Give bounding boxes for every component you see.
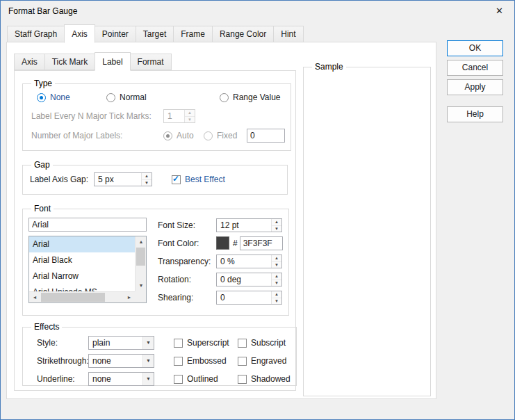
radio-icon <box>220 93 229 102</box>
help-button[interactable]: Help <box>447 106 503 122</box>
type-group-legend: Type <box>31 79 55 88</box>
dropdown-arrow-icon[interactable]: ▼ <box>142 355 154 367</box>
transparency-spinner[interactable]: 0 % ▲ ▼ <box>216 255 282 268</box>
label-every-n-spinner[interactable]: 1 ▲ ▼ <box>163 109 195 123</box>
spin-down-icon[interactable]: ▼ <box>272 262 281 268</box>
tab-range-color[interactable]: Range Color <box>212 26 274 42</box>
outlined-checkbox[interactable]: Outlined <box>174 374 238 384</box>
type-normal-radio[interactable]: Normal <box>106 92 220 102</box>
shearing-label: Shearing: <box>158 293 216 302</box>
gap-group: Gap Label Axis Gap: 5 px ▲ ▼ ✓ Best Effe… <box>22 160 288 195</box>
engraved-checkbox[interactable]: Engraved <box>238 356 286 366</box>
major-labels-fixed-radio[interactable]: Fixed <box>204 131 247 140</box>
horizontal-scroll-track[interactable] <box>40 292 124 302</box>
font-list-item[interactable]: Arial Narrow <box>29 268 135 284</box>
style-label: Style: <box>37 338 88 348</box>
spin-down-icon[interactable]: ▼ <box>185 117 195 123</box>
underline-label: Underline: <box>37 374 88 384</box>
tab-target[interactable]: Target <box>136 26 174 42</box>
superscript-label: Superscript <box>187 338 229 348</box>
tab-hint[interactable]: Hint <box>273 26 303 42</box>
font-size-spinner[interactable]: 12 pt ▲ ▼ <box>216 218 282 232</box>
major-labels-auto-radio[interactable]: Auto <box>163 131 204 140</box>
transparency-value[interactable]: 0 % <box>217 255 271 268</box>
tab-axis[interactable]: Axis <box>64 24 95 43</box>
font-group: Font Arial Arial Black Arial Narrow Aria… <box>22 204 289 316</box>
rotation-value[interactable]: 0 deg <box>217 273 271 286</box>
style-dropdown[interactable]: plain ▼ <box>88 336 154 350</box>
dropdown-arrow-icon[interactable]: ▼ <box>142 373 154 385</box>
strikethrough-dropdown[interactable]: none ▼ <box>88 354 154 368</box>
spin-down-icon[interactable]: ▼ <box>272 280 281 286</box>
spin-down-icon[interactable]: ▼ <box>272 226 281 232</box>
inner-tab-tick-mark[interactable]: Tick Mark <box>44 54 96 70</box>
number-of-major-labels-label: Number of Major Labels: <box>31 131 163 140</box>
scroll-up-icon[interactable]: ▲ <box>136 236 147 248</box>
strikethrough-dropdown-value: none <box>89 356 142 366</box>
type-group: Type None Normal Range Value <box>22 79 291 151</box>
shadowed-checkbox[interactable]: Shadowed <box>238 374 291 384</box>
font-list-item[interactable]: Arial Black <box>29 252 135 268</box>
superscript-checkbox[interactable]: Superscript <box>174 338 238 348</box>
shearing-spinner[interactable]: 0 ▲ ▼ <box>216 291 282 305</box>
inner-tab-format[interactable]: Format <box>130 54 172 70</box>
fixed-count-input[interactable] <box>247 129 285 143</box>
underline-dropdown[interactable]: none ▼ <box>88 372 154 386</box>
shadowed-label: Shadowed <box>251 374 291 384</box>
spin-up-icon[interactable]: ▲ <box>272 273 281 280</box>
scrollbar-corner <box>135 291 146 302</box>
font-list-item[interactable]: Arial Unicode MS <box>29 284 135 291</box>
scroll-down-icon[interactable]: ▼ <box>136 280 147 291</box>
hex-hash-label: # <box>233 239 238 248</box>
spin-down-icon[interactable]: ▼ <box>272 298 281 305</box>
tab-pointer[interactable]: Pointer <box>95 26 136 42</box>
rotation-spinner[interactable]: 0 deg ▲ ▼ <box>216 273 282 286</box>
underline-dropdown-value: none <box>89 374 142 384</box>
label-axis-gap-spinner[interactable]: 5 px ▲ ▼ <box>94 172 152 186</box>
inner-tab-label[interactable]: Label <box>95 52 130 71</box>
horizontal-scrollbar[interactable]: ◄ ► <box>29 291 135 302</box>
font-list[interactable]: Arial Arial Black Arial Narrow Arial Uni… <box>28 236 147 303</box>
inner-tabstrip: Axis Tick Mark Label Format <box>14 54 172 70</box>
subscript-checkbox[interactable]: Subscript <box>238 338 286 348</box>
tab-staff-graph[interactable]: Staff Graph <box>7 26 65 42</box>
tab-frame[interactable]: Frame <box>173 26 213 42</box>
checkbox-icon <box>238 357 247 366</box>
label-axis-gap-value[interactable]: 5 px <box>95 173 141 186</box>
inner-tab-axis[interactable]: Axis <box>14 54 45 70</box>
font-color-hex-input[interactable] <box>240 236 283 250</box>
vertical-scroll-track[interactable] <box>136 248 146 280</box>
spin-up-icon[interactable]: ▲ <box>142 173 152 180</box>
spin-up-icon[interactable]: ▲ <box>272 291 281 298</box>
vertical-scroll-thumb[interactable] <box>136 248 145 266</box>
spin-up-icon[interactable]: ▲ <box>272 255 281 262</box>
vertical-scrollbar[interactable]: ▲ ▼ <box>135 236 146 291</box>
type-range-value-radio[interactable]: Range Value <box>220 92 281 102</box>
font-size-label: Font Size: <box>158 220 216 230</box>
type-none-radio[interactable]: None <box>37 92 106 102</box>
font-list-item[interactable]: Arial <box>29 236 135 252</box>
font-name-input[interactable] <box>28 218 147 232</box>
scroll-left-icon[interactable]: ◄ <box>29 292 40 303</box>
font-color-swatch[interactable] <box>216 236 229 250</box>
apply-button[interactable]: Apply <box>447 79 503 95</box>
horizontal-scroll-thumb[interactable] <box>41 293 105 302</box>
sample-group-legend: Sample <box>312 62 346 72</box>
scroll-right-icon[interactable]: ► <box>124 292 135 303</box>
font-list-items: Arial Arial Black Arial Narrow Arial Uni… <box>29 236 135 291</box>
close-icon[interactable]: ✕ <box>496 6 503 16</box>
cancel-button[interactable]: Cancel <box>447 60 503 76</box>
best-effect-checkbox[interactable]: ✓ Best Effect <box>172 175 225 184</box>
checkbox-icon <box>238 339 247 348</box>
label-every-n-value[interactable]: 1 <box>164 110 184 122</box>
dropdown-arrow-icon[interactable]: ▼ <box>142 337 154 349</box>
embossed-checkbox[interactable]: Embossed <box>174 356 238 366</box>
spin-up-icon[interactable]: ▲ <box>185 110 195 117</box>
shearing-value[interactable]: 0 <box>217 291 271 304</box>
rotation-label: Rotation: <box>158 275 216 284</box>
spin-up-icon[interactable]: ▲ <box>272 219 281 226</box>
ok-button[interactable]: OK <box>447 40 503 56</box>
spin-down-icon[interactable]: ▼ <box>142 180 152 186</box>
font-size-value[interactable]: 12 pt <box>217 219 271 232</box>
effects-group: Effects Style: plain ▼ Superscript Subsc… <box>22 322 297 386</box>
